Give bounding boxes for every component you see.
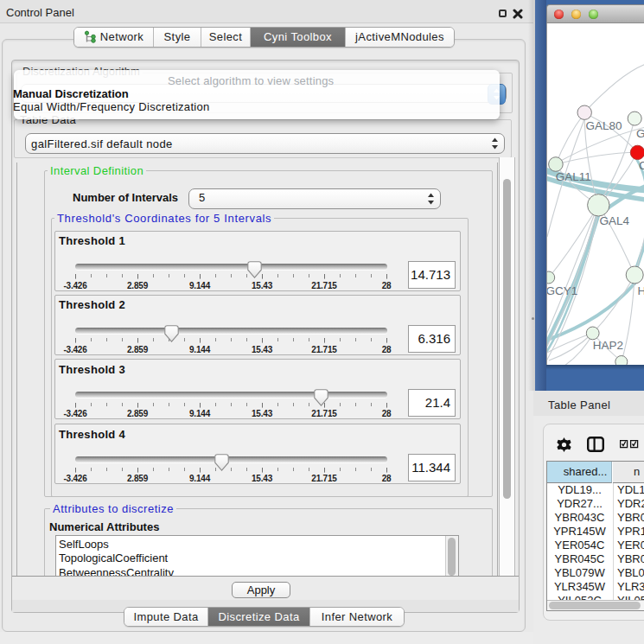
svg-text:GAL80: GAL80 xyxy=(585,119,622,132)
svg-text:H: H xyxy=(638,284,644,297)
svg-text:C: C xyxy=(639,159,644,172)
svg-text:GAL11: GAL11 xyxy=(556,170,591,183)
svg-text:GCY1: GCY1 xyxy=(547,284,577,297)
svg-text:G.: G. xyxy=(636,127,644,140)
svg-text:GAL4: GAL4 xyxy=(600,214,630,227)
svg-text:HAP2: HAP2 xyxy=(593,339,623,352)
